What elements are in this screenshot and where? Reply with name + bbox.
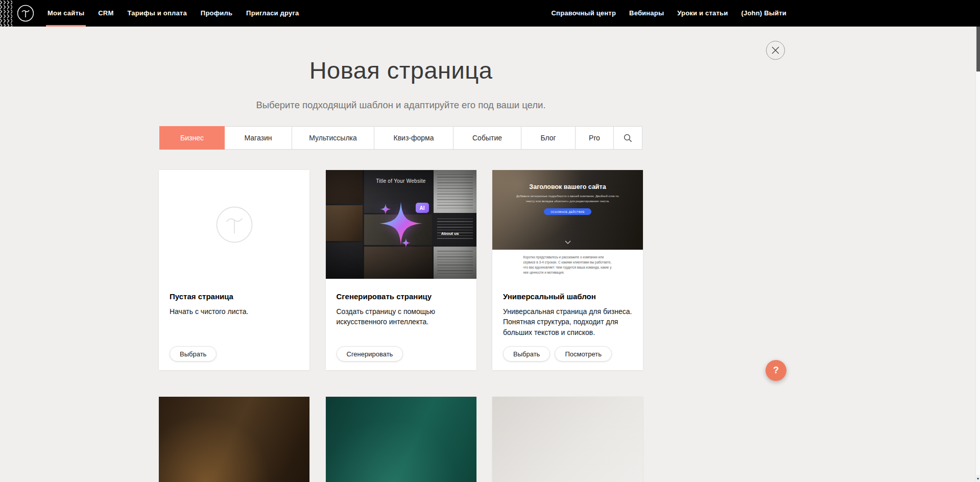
card-description: Универсальная страница для бизнеса. Поня… (503, 306, 632, 338)
page-subtitle: Выберите подходящий шаблон и адаптируйте… (0, 100, 802, 111)
card-actions: Выбрать (170, 346, 217, 362)
nav-logout[interactable]: (John) Выйти (741, 0, 786, 27)
tilda-watermark-icon (216, 206, 253, 244)
template-hero-text: Добавьте интересные подробности о вашей … (515, 194, 620, 204)
template-card-blank: Пустая страница Начать с чистого листа. … (159, 170, 309, 370)
new-page-modal: Новая страница Выберите подходящий шабло… (0, 27, 802, 482)
scrollbar-thumb[interactable] (976, 27, 980, 71)
template-preview-partial[interactable] (159, 397, 309, 482)
topbar-inner: Мои сайты CRM Тарифы и оплата Профиль Пр… (0, 0, 802, 27)
tab-multilink[interactable]: Мультиссылка (292, 126, 374, 150)
template-preview-partial[interactable] (492, 397, 643, 482)
preview-site-title: Title of Your Website (326, 178, 476, 184)
card-actions: Сгенерировать (337, 346, 403, 362)
zigzag-pattern-icon (0, 0, 12, 27)
card-title: Универсальный шаблон (503, 292, 632, 301)
card-title: Пустая страница (170, 292, 299, 301)
card-description: Создать страницу с помощью искусственног… (337, 306, 466, 327)
topbar: Мои сайты CRM Тарифы и оплата Профиль Пр… (0, 0, 980, 27)
template-hero-title: Заголовок вашего сайта (492, 183, 643, 190)
main-nav: Мои сайты CRM Тарифы и оплата Профиль Пр… (47, 0, 313, 27)
ai-badge: AI (416, 203, 429, 213)
chevron-down-icon (565, 237, 571, 246)
close-button[interactable] (766, 41, 785, 60)
nav-invite-friend[interactable]: Пригласи друга (246, 0, 299, 27)
template-hero-button: Основное действие (544, 208, 591, 215)
nav-my-sites[interactable]: Мои сайты (47, 0, 84, 27)
tab-business[interactable]: Бизнес (159, 126, 225, 150)
tilda-logo-icon[interactable] (17, 5, 34, 22)
template-preview-partial[interactable] (326, 397, 476, 482)
choose-blank-button[interactable]: Выбрать (170, 346, 217, 362)
preview-template-button[interactable]: Посмотреть (555, 346, 612, 362)
card-actions: Выбрать Посмотреть (503, 346, 612, 362)
template-cards-grid: Пустая страница Начать с чистого листа. … (159, 170, 643, 482)
preview-about-label: About us (441, 231, 459, 236)
template-card-partial-1 (159, 397, 309, 482)
card-title: Сгенерировать страницу (337, 292, 466, 301)
nav-profile[interactable]: Профиль (201, 0, 232, 27)
ai-generate-preview[interactable]: Title of Your Website About us (326, 170, 476, 279)
universal-template-preview[interactable]: Заголовок вашего сайта Добавьте интересн… (492, 170, 643, 279)
template-card-universal: Заголовок вашего сайта Добавьте интересн… (492, 170, 643, 370)
template-card-partial-2 (326, 397, 476, 482)
choose-template-button[interactable]: Выбрать (503, 346, 550, 362)
nav-help-center[interactable]: Справочный центр (552, 0, 616, 27)
search-icon (624, 134, 632, 142)
nav-lessons-articles[interactable]: Уроки и статьи (677, 0, 728, 27)
template-body: Коротко представьтесь и расскажите о ком… (492, 250, 643, 279)
nav-crm[interactable]: CRM (98, 0, 113, 27)
generate-button[interactable]: Сгенерировать (337, 346, 403, 362)
tab-event[interactable]: Событие (453, 126, 521, 150)
tab-search[interactable] (614, 126, 642, 150)
page-title: Новая страница (0, 27, 802, 84)
scrollbar-down-arrow-icon[interactable]: ▼ (976, 475, 980, 482)
nav-webinars[interactable]: Вебинары (629, 0, 664, 27)
help-button[interactable]: ? (766, 360, 786, 381)
template-card-ai-generate: Title of Your Website About us (326, 170, 476, 370)
template-body-text: Коротко представьтесь и расскажите о ком… (523, 255, 612, 275)
secondary-nav: Справочный центр Вебинары Уроки и статьи… (538, 0, 802, 27)
tab-shop[interactable]: Магазин (225, 126, 292, 150)
tab-pro[interactable]: Pro (576, 126, 614, 150)
template-card-partial-3 (492, 397, 643, 482)
card-description: Начать с чистого листа. (170, 306, 299, 317)
template-category-tabs: Бизнес Магазин Мультиссылка Квиз-форма С… (159, 126, 642, 150)
nav-tariffs-payment[interactable]: Тарифы и оплата (127, 0, 186, 27)
scrollbar[interactable]: ▼ (975, 27, 980, 482)
template-hero: Заголовок вашего сайта Добавьте интересн… (492, 170, 643, 250)
tab-quiz-form[interactable]: Квиз-форма (374, 126, 453, 150)
tab-blog[interactable]: Блог (521, 126, 576, 150)
blank-page-preview (159, 170, 309, 279)
close-icon (772, 46, 779, 54)
